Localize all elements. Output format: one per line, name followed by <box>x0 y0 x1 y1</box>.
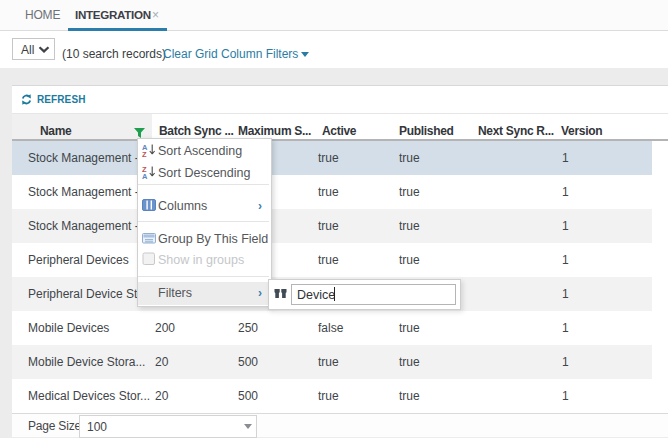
svg-text:A: A <box>142 172 148 179</box>
svg-text:Z: Z <box>142 150 147 157</box>
